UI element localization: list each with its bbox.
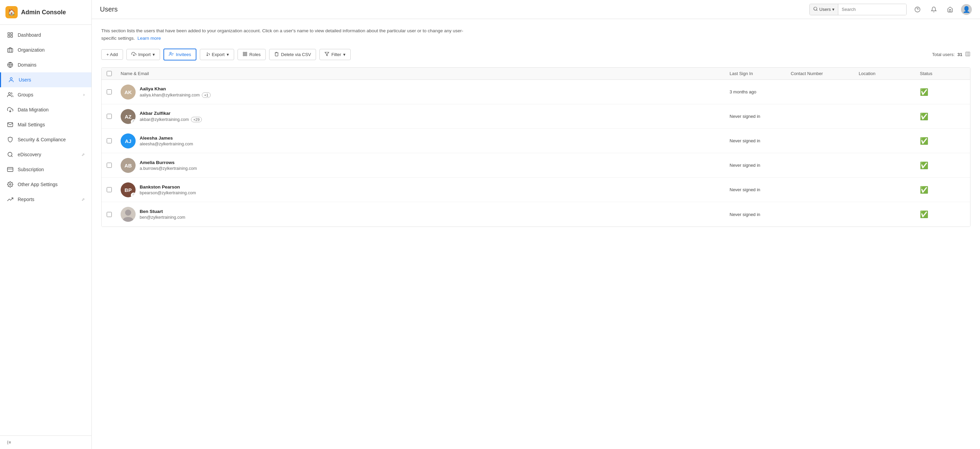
user-name[interactable]: Aleesha James <box>140 135 193 141</box>
sidebar-item-label: Domains <box>18 62 37 68</box>
groups-icon <box>7 91 14 98</box>
import-icon <box>132 52 136 57</box>
notifications-icon[interactable] <box>928 4 939 15</box>
roles-icon <box>243 52 247 57</box>
home-icon[interactable] <box>945 4 956 15</box>
sidebar: 🏠 Admin Console Dashboard Organization D… <box>0 0 92 449</box>
import-chevron-icon: ▾ <box>153 52 155 57</box>
sidebar-item-subscription[interactable]: Subscription <box>0 162 91 177</box>
user-info-cell: AJ Aleesha James aleesha@zylkertraining.… <box>116 130 725 152</box>
row-checkbox[interactable] <box>107 212 112 217</box>
row-checkbox[interactable] <box>107 114 112 119</box>
svg-line-16 <box>816 10 818 11</box>
user-name[interactable]: Bankston Pearson <box>140 184 196 189</box>
invitees-button[interactable]: Invitees <box>164 49 196 60</box>
user-avatar: AJ <box>121 133 135 148</box>
row-checkbox[interactable] <box>107 163 112 168</box>
roles-button[interactable]: Roles <box>237 49 266 60</box>
row-checkbox[interactable] <box>107 89 112 94</box>
table-row: AJ Aleesha James aleesha@zylkertraining.… <box>102 129 970 153</box>
search-input[interactable] <box>838 4 906 15</box>
collapse-button[interactable]: ⟨≡ <box>7 440 84 445</box>
svg-rect-24 <box>243 52 245 54</box>
status-active-icon: ✅ <box>920 162 928 169</box>
other-app-settings-icon <box>7 181 14 188</box>
table-row: AB Amelia Burrows a.burrows@zylkertraini… <box>102 153 970 178</box>
mail-settings-icon <box>7 121 14 128</box>
status-cell: ✅ <box>916 113 956 121</box>
row-checkbox[interactable] <box>107 187 112 192</box>
svg-text:AZ: AZ <box>125 114 132 119</box>
avatar[interactable]: 👤 <box>961 4 972 15</box>
svg-point-17 <box>915 7 920 12</box>
svg-point-47 <box>125 209 131 216</box>
reports-icon <box>7 196 14 203</box>
svg-text:AB: AB <box>124 163 132 168</box>
delete-csv-button[interactable]: Delete via CSV <box>269 49 316 60</box>
sidebar-item-mail-settings[interactable]: Mail Settings <box>0 117 91 132</box>
svg-rect-3 <box>8 36 10 37</box>
svg-point-15 <box>814 7 817 10</box>
col-contact-number: Contact Number <box>787 71 854 76</box>
status-active-icon: ✅ <box>920 186 928 194</box>
table-row: AZ Akbar Zulfikar akbar@zylkertraining.c… <box>102 104 970 129</box>
page-description: This section lists the users that have b… <box>101 27 475 42</box>
col-location: Location <box>854 71 916 76</box>
sidebar-nav: Dashboard Organization Domains Users <box>0 25 91 435</box>
svg-rect-12 <box>8 167 13 171</box>
help-icon[interactable] <box>912 4 923 15</box>
sidebar-item-security-compliance[interactable]: Security & Compliance <box>0 132 91 147</box>
sidebar-footer: ⟨≡ <box>0 435 91 449</box>
last-sign-in: Never signed in <box>725 187 787 192</box>
search-icon <box>813 6 818 12</box>
user-name[interactable]: Ben Stuart <box>140 209 185 214</box>
toolbar: + Add Import ▾ Invitees Export <box>101 49 970 60</box>
page-title: Users <box>100 5 804 13</box>
content-area: This section lists the users that have b… <box>92 19 980 449</box>
row-checkbox-cell <box>102 163 116 168</box>
row-checkbox-cell <box>102 212 116 217</box>
sidebar-item-dashboard[interactable]: Dashboard <box>0 27 91 43</box>
sidebar-item-ediscovery[interactable]: eDiscovery ⬀ <box>0 147 91 162</box>
learn-more-link[interactable]: Learn more <box>138 36 161 41</box>
total-users-display: Total users: 31 <box>932 51 970 58</box>
last-sign-in: Never signed in <box>725 138 787 143</box>
sidebar-item-data-migration[interactable]: Data Migration <box>0 102 91 117</box>
sidebar-item-other-app-settings[interactable]: Other App Settings <box>0 177 91 192</box>
export-chevron-icon: ▾ <box>227 52 229 57</box>
sidebar-item-reports[interactable]: Reports ⬀ <box>0 192 91 207</box>
sidebar-item-users[interactable]: Users <box>0 72 91 87</box>
svg-text:AK: AK <box>124 89 132 95</box>
invitees-icon <box>169 52 173 57</box>
svg-rect-27 <box>243 54 245 56</box>
export-icon <box>205 52 210 57</box>
user-info-cell: BP Bankston Pearson bpearson@zylkertrain… <box>116 179 725 201</box>
user-info-cell: AZ Akbar Zulfikar akbar@zylkertraining.c… <box>116 106 725 127</box>
user-name[interactable]: Amelia Burrows <box>140 160 197 165</box>
sidebar-item-domains[interactable]: Domains <box>0 57 91 72</box>
col-status: Status <box>916 71 956 76</box>
sidebar-item-label: Users <box>19 77 31 83</box>
sidebar-item-groups[interactable]: Groups › <box>0 87 91 102</box>
svg-marker-28 <box>325 52 329 56</box>
row-checkbox[interactable] <box>107 138 112 143</box>
search-scope-selector[interactable]: Users ▾ <box>810 4 838 15</box>
admin-badge-icon <box>131 193 135 197</box>
col-last-sign-in: Last Sign In <box>725 71 787 76</box>
user-name[interactable]: Aaliya Khan <box>140 86 211 91</box>
sidebar-item-organization[interactable]: Organization <box>0 43 91 57</box>
external-link-icon: ⬀ <box>81 197 84 202</box>
user-details: Ben Stuart ben@zylkertraining.com <box>140 209 185 220</box>
user-name[interactable]: Akbar Zulfikar <box>140 111 202 116</box>
select-all-checkbox[interactable] <box>107 71 112 76</box>
sidebar-item-label: Organization <box>18 47 45 52</box>
filter-button[interactable]: Filter ▾ <box>320 49 351 60</box>
export-button[interactable]: Export ▾ <box>200 49 234 60</box>
columns-icon[interactable] <box>965 51 970 58</box>
sidebar-item-label: Other App Settings <box>18 182 58 187</box>
import-button[interactable]: Import ▾ <box>126 49 161 60</box>
organization-icon <box>7 46 14 53</box>
user-info-cell: AK Aaliya Khan aaliya.khan@zylkertrainin… <box>116 81 725 103</box>
status-active-icon: ✅ <box>920 113 928 120</box>
add-button[interactable]: + Add <box>101 49 123 60</box>
